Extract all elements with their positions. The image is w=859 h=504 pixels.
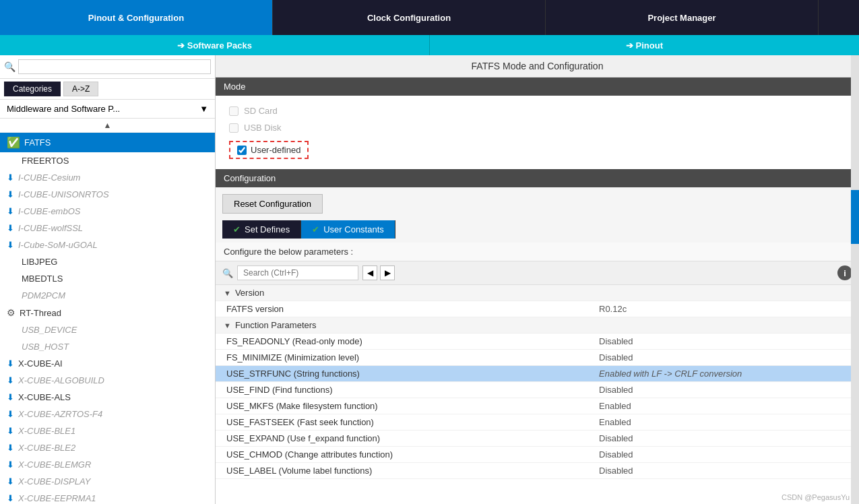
sidebar-item-i-cube-som-ugoal[interactable]: ⬇ I-Cube-SoM-uGOAL [0,237,215,253]
use-find-value: Disabled [592,385,848,395]
sidebar-item-i-cube-embos[interactable]: ⬇ I-CUBE-embOS [0,203,215,220]
nav-tab-clock[interactable]: Clock Configuration [273,0,546,35]
config-tab-set-defines[interactable]: ✔ Set Defines [222,220,301,239]
param-use-fastseek[interactable]: USE_FASTSEEK (Fast seek function) Enable… [216,414,859,431]
sidebar-item-mbedtls[interactable]: MBEDTLS [0,270,215,287]
param-use-label[interactable]: USE_LABEL (Volume label functions) Disab… [216,463,859,479]
function-params-label: Function Parameters [235,320,317,330]
sidebar-item-i-cube-cesium-label: I-CUBE-Cesium [18,172,80,183]
sidebar-item-libjpeg[interactable]: LIBJPEG [0,253,215,270]
use-expand-name: USE_EXPAND (Use f_expand function) [226,433,592,443]
sidebar-item-fatfs[interactable]: ✅ FATFS [0,133,215,152]
download-icon-10: ⬇ [7,426,14,436]
sidebar-list: ✅ FATFS FREERTOS ⬇ I-CUBE-Cesium ⬇ I-CUB… [0,133,215,504]
right-panel: FATFS Mode and Configuration Mode SD Car… [216,55,859,504]
sidebar-item-x-cube-ai[interactable]: ⬇ X-CUBE-AI [0,355,215,372]
sidebar-item-rt-thread-label: RT-Thread [20,308,61,318]
sidebar-item-i-cube-wolfssl-label: I-CUBE-wolfSSL [18,223,83,233]
config-section-header: Configuration [216,169,859,187]
sub-nav-pinout[interactable]: ➔ Pinout [430,35,859,55]
nav-tab-pinout[interactable]: Pinout & Configuration [0,0,273,35]
use-fastseek-value: Enabled [592,417,848,427]
param-fs-readonly[interactable]: FS_READONLY (Read-only mode) Disabled [216,334,859,350]
sidebar-item-x-cube-ble1[interactable]: ⬇ X-CUBE-BLE1 [0,422,215,439]
use-mkfs-value: Enabled [592,401,848,411]
sidebar-item-libjpeg-label: LIBJPEG [22,257,57,267]
checkbox-usb-disk: USB Disk [229,119,846,136]
sd-card-checkbox[interactable] [229,106,238,116]
nav-tab-pinout-label: Pinout & Configuration [88,13,184,23]
sidebar-item-x-cube-ble2-label: X-CUBE-BLE2 [18,443,75,453]
sidebar-item-x-cube-azrtos-f4[interactable]: ⬇ X-CUBE-AZRTOS-F4 [0,406,215,422]
search-input[interactable] [18,59,211,74]
fs-readonly-name: FS_READONLY (Read-only mode) [226,336,592,346]
sidebar-item-i-cube-unisonrtos[interactable]: ⬇ I-CUBE-UNISONRTOS [0,186,215,203]
next-param-button[interactable]: ▶ [380,265,395,280]
use-strfunc-value: Enabled with LF -> CRLF conversion [592,369,848,379]
param-fatfs-version: FATFS version R0.12c [216,301,859,317]
user-defined-label: User-defined [251,145,300,155]
sort-arrows: ▲ [0,119,215,133]
param-use-expand[interactable]: USE_EXPAND (Use f_expand function) Disab… [216,431,859,447]
sidebar-item-freertos[interactable]: FREERTOS [0,152,215,169]
check-circle-icon: ✅ [7,136,20,149]
use-label-name: USE_LABEL (Volume label functions) [226,466,592,476]
sidebar-item-usb-device[interactable]: USB_DEVICE [0,321,215,338]
sidebar-item-rt-thread[interactable]: ⚙ RT-Thread [0,304,215,321]
param-use-strfunc[interactable]: USE_STRFUNC (String functions) Enabled w… [216,366,859,382]
use-fastseek-name: USE_FASTSEEK (Fast seek function) [226,417,592,427]
download-icon-13: ⬇ [7,476,14,486]
download-icon-3: ⬇ [7,206,14,216]
middleware-dropdown[interactable]: Middleware and Software P... ▼ [0,100,215,119]
params-table: ▼ Version FATFS version R0.12c ▼ Functio… [216,285,859,504]
sub-nav-software-packs[interactable]: ➔ Software Packs [0,35,430,55]
fs-minimize-value: Disabled [592,352,848,363]
param-use-find[interactable]: USE_FIND (Find functions) Disabled [216,382,859,398]
right-scrollbar[interactable] [851,55,859,504]
prev-param-button[interactable]: ◀ [362,265,377,280]
scrollbar-thumb[interactable] [851,190,859,244]
watermark: CSDN @PegasusYu [782,493,850,501]
tab-categories[interactable]: Categories [4,82,61,96]
config-tab-user-constants[interactable]: ✔ User Constants [301,220,395,239]
version-label: Version [235,288,264,298]
info-button[interactable]: i [837,265,852,280]
use-find-name: USE_FIND (Find functions) [226,385,592,395]
search-params-input[interactable] [237,265,358,280]
version-arrow-icon: ▼ [224,289,231,297]
sidebar-item-x-cube-blemgr[interactable]: ⬇ X-CUBE-BLEMGR [0,456,215,473]
sidebar-item-x-cube-algobuild[interactable]: ⬇ X-CUBE-ALGOBUILD [0,372,215,389]
sidebar-item-usb-device-label: USB_DEVICE [22,325,77,335]
download-icon: ⬇ [7,172,14,183]
param-fs-minimize[interactable]: FS_MINIMIZE (Minimization level) Disable… [216,350,859,366]
usb-disk-label: USB Disk [244,123,282,133]
param-use-chmod[interactable]: USE_CHMOD (Change attributes function) D… [216,447,859,463]
sidebar-item-x-cube-ble2[interactable]: ⬇ X-CUBE-BLE2 [0,439,215,456]
sidebar-item-x-cube-als[interactable]: ⬇ X-CUBE-ALS [0,389,215,406]
sidebar-item-x-cube-display[interactable]: ⬇ X-CUBE-DISPLAY [0,473,215,490]
download-icon-7: ⬇ [7,375,14,385]
chevron-down-icon: ▼ [199,104,208,114]
sidebar-item-pdm2pcm[interactable]: PDM2PCM [0,287,215,304]
group-function-parameters[interactable]: ▼ Function Parameters [216,317,859,334]
set-defines-check-icon: ✔ [233,224,241,234]
sidebar-item-x-cube-eeprma1[interactable]: ⬇ X-CUBE-EEPRMA1 [0,490,215,504]
reset-configuration-button[interactable]: Reset Configuration [222,194,323,214]
use-strfunc-name: USE_STRFUNC (String functions) [226,369,592,379]
function-params-arrow-icon: ▼ [224,321,231,329]
user-defined-checkbox[interactable] [237,146,247,155]
usb-disk-checkbox[interactable] [229,123,238,133]
use-label-value: Disabled [592,466,848,476]
tab-a-z[interactable]: A->Z [63,82,98,96]
use-chmod-value: Disabled [592,449,848,460]
top-nav: Pinout & Configuration Clock Configurati… [0,0,859,35]
mode-section: SD Card USB Disk User-defined [216,96,859,169]
nav-tab-project[interactable]: Project Manager [546,0,819,35]
sidebar-item-i-cube-wolfssl[interactable]: ⬇ I-CUBE-wolfSSL [0,220,215,237]
param-use-mkfs[interactable]: USE_MKFS (Make filesystem function) Enab… [216,398,859,414]
sidebar-item-usb-host[interactable]: USB_HOST [0,338,215,355]
sidebar-item-i-cube-cesium[interactable]: ⬇ I-CUBE-Cesium [0,169,215,186]
group-version[interactable]: ▼ Version [216,285,859,301]
main-layout: 🔍 Categories A->Z Middleware and Softwar… [0,55,859,504]
fatfs-version-value: R0.12c [592,304,848,314]
